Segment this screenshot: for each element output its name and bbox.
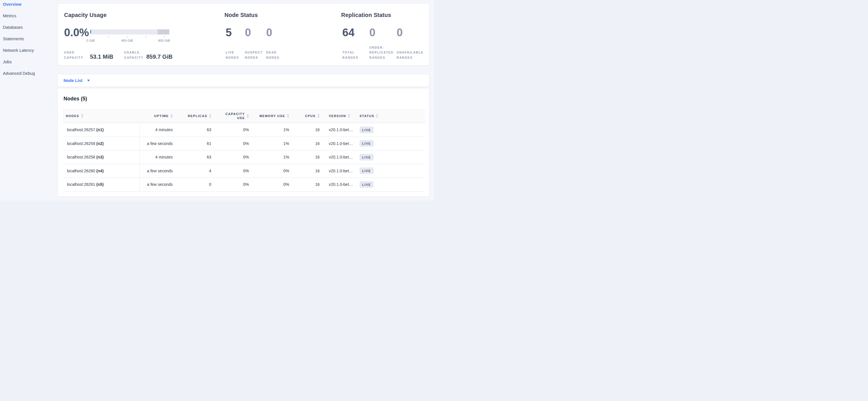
column-header-version[interactable]: VERSION xyxy=(322,109,357,123)
memory-use-cell: 0% xyxy=(251,178,291,191)
axis-label-400-gib: 400 GiB xyxy=(121,39,133,42)
capacity-use-cell: 0% xyxy=(214,137,251,150)
status-badge: LIVE xyxy=(360,181,374,188)
view-selector-card: Node List xyxy=(58,74,429,87)
suspect-nodes-value: 0 xyxy=(245,27,251,38)
memory-use-cell: 1% xyxy=(251,123,291,137)
sidebar-item-network-latency[interactable]: Network Latency xyxy=(3,48,34,53)
node-id: (n4) xyxy=(96,169,104,173)
sort-icon xyxy=(170,114,173,118)
version-cell: v20.1.0-bet… xyxy=(322,164,357,178)
column-header-memory-use[interactable]: MEMORY USE xyxy=(251,109,291,123)
cpus-cell: 16 xyxy=(291,123,322,137)
axis-tick-0 xyxy=(90,36,90,38)
capacity-use-cell: 0% xyxy=(214,123,251,137)
status-badge: LIVE xyxy=(360,154,374,161)
column-header-capacity-use[interactable]: CAPACITY USE xyxy=(214,109,251,123)
column-header-status[interactable]: STATUS xyxy=(357,109,425,123)
nodes-section-title: Nodes (5) xyxy=(64,95,87,102)
uptime-cell: a few seconds xyxy=(140,178,175,191)
uptime-cell: a few seconds xyxy=(140,164,175,178)
capacity-use-cell: 0% xyxy=(214,164,251,178)
sidebar-item-statements[interactable]: Statements xyxy=(3,36,24,42)
live-nodes-label: LIVE NODES xyxy=(226,50,239,60)
nodes-table-body: localhost:26257(n1) 4 minutes 63 0% 1% 1… xyxy=(63,123,425,192)
node-address-link[interactable]: localhost:26259 xyxy=(67,141,95,146)
table-row-node-3: localhost:26258(n3) 4 minutes 63 0% 1% 1… xyxy=(63,150,425,164)
axis-tick-800 xyxy=(164,36,164,38)
node-address-link[interactable]: localhost:26258 xyxy=(67,155,95,160)
node-id: (n5) xyxy=(96,182,104,187)
cluster-overview-page: Overview Metrics Databases Statements Ne… xyxy=(0,0,434,200)
uptime-cell: 4 minutes xyxy=(140,150,175,164)
node-id: (n1) xyxy=(96,127,104,132)
unavailable-ranges-label: UNAVAILABLE RANGES xyxy=(397,50,424,60)
cpus-cell: 16 xyxy=(291,137,322,150)
table-row-node-2: localhost:26259(n2) a few seconds 61 0% … xyxy=(63,137,425,151)
axis-label-800-gib: 800 GiB xyxy=(158,39,170,42)
status-badge: LIVE xyxy=(360,140,374,147)
capacity-bar-axis: 0 GiB 400 GiB 800 GiB xyxy=(90,36,169,46)
node-list-dropdown[interactable]: Node List xyxy=(58,74,429,87)
node-address-link[interactable]: localhost:26260 xyxy=(67,169,95,173)
axis-tick-400 xyxy=(127,36,127,38)
nodes-table-card: Nodes (5) NODES UPTIME REPLICAS CAPACITY… xyxy=(58,88,429,197)
capacity-use-cell: 0% xyxy=(214,150,251,164)
sort-icon xyxy=(81,114,83,118)
memory-use-cell: 0% xyxy=(251,164,291,178)
sort-icon xyxy=(287,114,289,118)
total-ranges-label: TOTAL RANGES xyxy=(342,50,359,60)
column-header-nodes[interactable]: NODES xyxy=(63,109,140,123)
column-header-cpus[interactable]: CPUS xyxy=(291,109,322,123)
cpus-cell: 16 xyxy=(291,164,322,178)
capacity-bar-used-marker xyxy=(90,30,91,33)
replicas-cell: 63 xyxy=(175,123,214,137)
cpus-cell: 16 xyxy=(291,178,322,191)
axis-tick-200 xyxy=(108,36,109,38)
sidebar-item-advanced-debug[interactable]: Advanced Debug xyxy=(3,70,35,76)
sort-icon xyxy=(247,114,249,118)
sidebar-nav: Overview Metrics Databases Statements Ne… xyxy=(0,0,57,200)
capacity-bar-other-segment xyxy=(157,29,169,34)
axis-tick-600 xyxy=(146,36,146,38)
capacity-usage-title: Capacity Usage xyxy=(64,11,106,19)
replicas-cell: 4 xyxy=(175,164,214,178)
sort-icon xyxy=(317,114,320,118)
sidebar-item-jobs[interactable]: Jobs xyxy=(3,59,12,65)
node-address-link[interactable]: localhost:26261 xyxy=(67,182,95,187)
node-list-dropdown-label[interactable]: Node List xyxy=(64,78,83,83)
dead-nodes-label: DEAD NODES xyxy=(266,50,279,60)
total-ranges-value: 64 xyxy=(342,27,354,38)
node-id: (n2) xyxy=(96,141,104,146)
column-header-replicas[interactable]: REPLICAS xyxy=(175,109,214,123)
sidebar-item-metrics[interactable]: Metrics xyxy=(3,13,17,19)
cpus-cell: 16 xyxy=(291,150,322,164)
used-capacity-label: USED CAPACITY xyxy=(64,50,83,60)
table-row-node-1: localhost:26257(n1) 4 minutes 63 0% 1% 1… xyxy=(63,123,425,137)
cluster-summary-card: Capacity Usage 0.0% 0 GiB 400 GiB 800 Gi… xyxy=(58,3,429,65)
dead-nodes-value: 0 xyxy=(266,27,272,38)
sort-icon xyxy=(348,114,350,118)
table-row-node-5: localhost:26261(n5) a few seconds 0 0% 0… xyxy=(63,178,425,192)
replicas-cell: 61 xyxy=(175,137,214,150)
version-cell: v20.1.0-bet… xyxy=(322,178,357,191)
column-header-uptime[interactable]: UPTIME xyxy=(140,109,175,123)
memory-use-cell: 1% xyxy=(251,137,291,150)
capacity-percent-value: 0.0% xyxy=(64,27,89,38)
sidebar-item-databases[interactable]: Databases xyxy=(3,24,23,30)
under-replicated-ranges-value: 0 xyxy=(369,27,375,38)
node-address-link[interactable]: localhost:26257 xyxy=(67,127,95,132)
chevron-down-icon[interactable] xyxy=(87,80,90,81)
replication-status-title: Replication Status xyxy=(341,11,391,19)
uptime-cell: a few seconds xyxy=(140,137,175,150)
table-row-node-4: localhost:26260(n4) a few seconds 4 0% 0… xyxy=(63,164,425,178)
sidebar-item-overview[interactable]: Overview xyxy=(3,1,22,7)
capacity-bar-chart xyxy=(90,29,169,34)
version-cell: v20.1.0-bet… xyxy=(322,137,357,150)
suspect-nodes-label: SUSPECT NODES xyxy=(245,50,263,60)
uptime-cell: 4 minutes xyxy=(140,123,175,137)
sort-icon xyxy=(209,114,211,118)
nodes-table-header: NODES UPTIME REPLICAS CAPACITY USE MEMOR… xyxy=(63,109,425,123)
under-replicated-ranges-label: UNDER- REPLICATED RANGES xyxy=(369,45,394,60)
version-cell: v20.1.0-bet… xyxy=(322,150,357,164)
